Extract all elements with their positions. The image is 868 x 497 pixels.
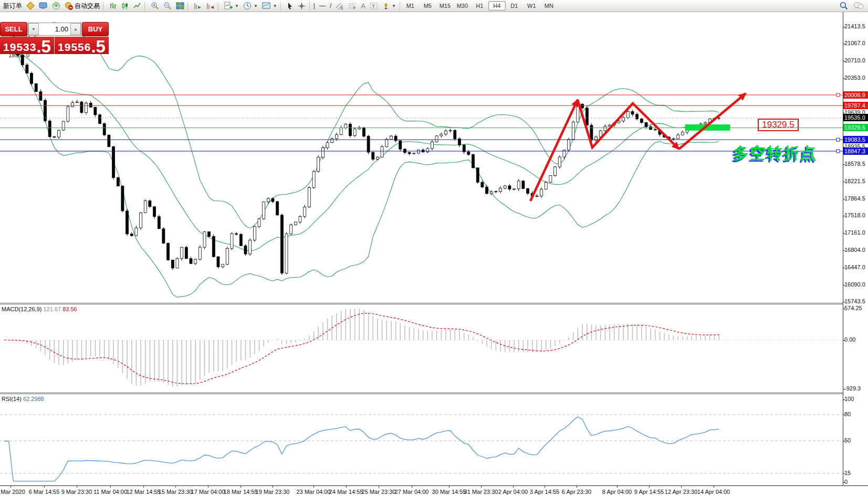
- periods-button[interactable]: ▼: [241, 1, 260, 11]
- svg-text:F: F: [353, 6, 355, 10]
- vertical-line-button[interactable]: |: [311, 1, 317, 11]
- crosshair-button[interactable]: [296, 1, 308, 11]
- axis-tick-label: 18578.5: [844, 161, 868, 167]
- text-button[interactable]: A: [359, 1, 368, 11]
- timeframe-button-h4[interactable]: H4: [488, 1, 506, 10]
- rsi-axis-label: 80: [844, 411, 868, 417]
- time-tick: [449, 486, 449, 488]
- time-tick: [513, 486, 514, 488]
- gold-cube-icon[interactable]: [24, 1, 37, 11]
- toolbar-right-group: [840, 2, 864, 10]
- rsi-name: RSI(14): [2, 396, 22, 402]
- dropdown-arrow-icon: ▼: [254, 4, 258, 8]
- vline-icon: |: [313, 2, 315, 9]
- buy-price-display[interactable]: 19556 .5: [55, 37, 109, 54]
- timeframe-button-m15[interactable]: M15: [436, 1, 454, 10]
- new-order-button[interactable]: 新订单: [1, 1, 24, 11]
- cursor-button[interactable]: [285, 1, 296, 11]
- toolbar-grip: [187, 2, 191, 10]
- rsi-value: 62.2988: [23, 396, 44, 402]
- volume-decrease-button[interactable]: ▼: [28, 23, 39, 35]
- macd-signal-value: 83.56: [62, 306, 77, 312]
- chart-shift-button[interactable]: [204, 1, 217, 11]
- line-chart-button[interactable]: [131, 1, 143, 11]
- candlestick-button[interactable]: [119, 1, 131, 11]
- axis-tick-label: 21067.0: [844, 40, 868, 46]
- shapes-button[interactable]: ▼: [380, 1, 398, 11]
- time-label: 24 Mar 14:55: [329, 489, 363, 495]
- toolbar-grip: [218, 2, 221, 10]
- time-label: 12 Mar 14:55: [127, 489, 161, 495]
- timeframe-button-d1[interactable]: D1: [506, 1, 523, 10]
- candlestick-icon: [121, 2, 129, 10]
- toolbar-grip: [144, 2, 148, 10]
- text-icon: A: [361, 2, 365, 10]
- trend-arrow[interactable]: [530, 100, 578, 201]
- timeframe-button-m30[interactable]: M30: [454, 1, 471, 10]
- zoom-out-button[interactable]: [161, 1, 174, 11]
- buy-price-main: 19556: [58, 41, 91, 54]
- price-callout-box[interactable]: 19329.5: [758, 119, 799, 131]
- tile-windows-button[interactable]: [174, 1, 186, 11]
- timeframe-button-mn[interactable]: MN: [540, 1, 558, 10]
- rsi-axis-label: 50: [844, 437, 868, 443]
- auto-scroll-button[interactable]: [192, 1, 204, 11]
- autotrading-button[interactable]: 自动交易: [62, 1, 102, 11]
- main-chart-pane[interactable]: [0, 12, 843, 303]
- timeframe-button-m1[interactable]: M1: [402, 1, 419, 10]
- time-label: 9 Apr 14:55: [634, 489, 664, 495]
- tile-windows-icon: [176, 2, 184, 10]
- text-label-button[interactable]: T: [368, 1, 380, 11]
- level-price-label: 18847.3: [843, 147, 868, 155]
- indicators-button[interactable]: ▼: [222, 1, 241, 11]
- axis-tick-label: 20353.0: [844, 75, 868, 81]
- time-label: 11 Mar 04:00: [93, 489, 127, 495]
- volume-increase-button[interactable]: ▲: [70, 23, 81, 35]
- time-tick: [11, 486, 11, 488]
- timeframe-button-h1[interactable]: H1: [471, 1, 488, 10]
- signals-icon[interactable]: [50, 1, 62, 11]
- trend-arrow[interactable]: [679, 93, 746, 149]
- sell-button[interactable]: SELL: [0, 22, 27, 36]
- buy-button[interactable]: BUY: [82, 22, 109, 36]
- time-tick: [681, 486, 682, 488]
- time-label: 15 Mar 23:30: [159, 489, 193, 495]
- bar-chart-icon: [109, 2, 117, 10]
- autotrading-icon: [65, 2, 73, 10]
- toolbar: 新订单 自动交易: [0, 0, 868, 12]
- time-label: 19 Mar 23:30: [256, 489, 290, 495]
- toolbar-grip: [103, 2, 106, 10]
- rsi-pane[interactable]: [0, 394, 843, 485]
- channel-button[interactable]: E: [333, 1, 346, 11]
- time-label: 12 Apr 23:30: [665, 489, 697, 495]
- trend-arrow[interactable]: [578, 100, 679, 149]
- horizontal-line-button[interactable]: —: [317, 1, 328, 11]
- chat-icon[interactable]: [853, 2, 864, 10]
- time-label: 9 Mar 23:30: [61, 489, 92, 495]
- terminal-icon[interactable]: [37, 1, 50, 11]
- axis-tick-label: 18221.5: [844, 178, 868, 184]
- bar-chart-button[interactable]: [107, 1, 119, 11]
- time-tick: [208, 486, 208, 488]
- toolbar-separator: [309, 2, 310, 10]
- axis-tick-label: 17864.5: [844, 195, 868, 202]
- zoom-in-button[interactable]: [149, 1, 161, 11]
- fibonacci-button[interactable]: F: [346, 1, 359, 11]
- templates-button[interactable]: ▼: [260, 1, 279, 11]
- timeframe-button-w1[interactable]: W1: [523, 1, 540, 10]
- mt4-window: 新订单 自动交易: [0, 0, 868, 497]
- macd-pane[interactable]: [0, 304, 843, 393]
- turning-point-annotation[interactable]: 多空转折点: [733, 143, 817, 164]
- dropdown-arrow-icon: ▼: [235, 4, 239, 8]
- level-price-label: 19083.5: [843, 136, 868, 143]
- search-icon[interactable]: [840, 2, 848, 10]
- axis-tick-label: 17161.0: [844, 229, 868, 236]
- macd-name: MACD(12,26,9): [2, 306, 41, 312]
- level-price-label: 19787.4: [843, 102, 868, 109]
- volume-input[interactable]: 1.00: [39, 23, 70, 35]
- sell-price-display[interactable]: 19533 .5: [0, 37, 54, 54]
- macd-label: MACD(12,26,9) 121.67 83.56: [2, 306, 77, 312]
- trendline-button[interactable]: /: [328, 1, 333, 11]
- indicators-icon: [224, 2, 233, 10]
- timeframe-button-m5[interactable]: M5: [419, 1, 436, 10]
